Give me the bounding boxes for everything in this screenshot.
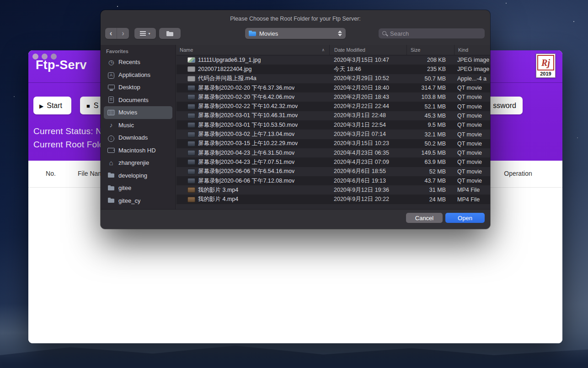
home-icon [107,159,115,167]
sidebar-item-macintosh-hd[interactable]: Macintosh HD [104,144,172,157]
app-icon [107,71,115,78]
file-list: Name ∧ Date Modified Size Kind 11111Upgr… [176,45,490,209]
file-kind: QT movie [454,85,490,91]
column-operation: Operation [500,170,536,177]
file-size: 24 MB [406,196,454,203]
file-name: 屏幕录制2020-04-23 上午7.07.51.mov [198,158,294,166]
file-mov-icon [187,141,195,146]
file-size: 314.7 MB [406,85,454,91]
table-row[interactable]: 屏幕录制2020-04-23 上午7.07.51.mov2020年4月23日 0… [176,157,490,167]
sidebar-item-recents[interactable]: Recents [104,56,172,69]
harddrive-icon [107,146,115,154]
column-header-size[interactable]: Size [406,45,454,55]
file-mov-icon [187,113,195,119]
desktop-icon [107,84,115,91]
sidebar-item-gitee[interactable]: gitee [104,182,172,195]
file-size: 103.8 MB [406,94,454,100]
logo-mark: Rj [537,55,554,70]
column-header-date-modified[interactable]: Date Modified [329,45,406,55]
file-kind: QT movie [454,94,490,100]
table-row[interactable]: 20200718222404.jpg今天 18:46235 KBJPEG ima… [176,65,490,74]
file-mov-icon [187,178,195,184]
file-name: 屏幕录制2020-04-23 上午6.31.50.mov [198,149,294,157]
file-name: 屏幕录制2020-06-06 下午7.12.08.mov [198,177,294,185]
cancel-button[interactable]: Cancel [406,213,443,223]
table-row[interactable]: 屏幕录制2020-06-06 下午7.12.08.mov2020年6月6日 19… [176,176,490,185]
view-mode-button[interactable]: ▾ [134,28,156,39]
column-header-kind[interactable]: Kind [454,45,490,55]
folder-action-button[interactable] [159,28,181,39]
file-size: 43.7 MB [406,178,454,184]
table-row-partial[interactable] [176,204,490,209]
star-dot [506,3,507,4]
table-row[interactable]: 屏幕录制2020-02-22 下午10.42.32.mov2020年2月22日 … [176,102,490,111]
star-dot [14,96,15,97]
table-row[interactable]: 屏幕录制2020-02-20 下午6.42.06.mov2020年2月20日 1… [176,92,490,102]
column-no: No. [42,170,60,177]
sidebar-item-gitee-cy[interactable]: gitee_cy [104,195,172,207]
table-row[interactable]: 屏幕录制2020-04-23 上午6.31.50.mov2020年4月23日 0… [176,148,490,157]
file-kind: QT movie [454,122,490,128]
list-header: Name ∧ Date Modified Size Kind [176,45,490,55]
location-popup[interactable]: Movies [245,28,346,39]
star-dot [577,137,578,138]
sort-indicator-icon: ∧ [321,48,325,52]
file-name: 11111Upgrade6.19_1.jpg [198,57,261,63]
sidebar-item-applications[interactable]: Applications [104,69,172,81]
table-row[interactable]: 代码合并问题上报.m4a2020年2月29日 10:5250.7 MBApple… [176,74,490,83]
table-row[interactable]: 屏幕录制2020-02-20 下午6.37.36.mov2020年2月20日 1… [176,83,490,92]
table-row[interactable]: 屏幕录制2020-03-01 下午10.46.31.mov2020年3月1日 2… [176,111,490,120]
file-size: 235 KB [406,66,454,72]
sidebar-item-label: Movies [118,109,137,116]
sidebar-item-movies[interactable]: Movies [104,106,172,119]
file-name: 屏幕录制2020-03-02 上午7.13.04.mov [198,130,294,138]
sidebar-item-music[interactable]: Music [104,119,172,132]
table-row[interactable]: 屏幕录制2020-06-06 下午6.54.16.mov2020年6月6日 18… [176,167,490,176]
start-button[interactable]: Start [33,97,71,114]
file-img-icon [187,57,195,63]
file-date-modified: 2020年6月6日 18:55 [329,168,406,175]
search-field[interactable] [379,28,485,38]
file-name: 代码合并问题上报.m4a [198,75,257,82]
file-date-modified: 2020年2月22日 22:44 [329,103,406,110]
document-icon [107,96,115,103]
file-kind: QT movie [454,103,490,110]
sidebar-item-zhangrenjie[interactable]: zhangrenjie [104,157,172,169]
file-kind: MP4 File [454,196,490,203]
column-header-name[interactable]: Name ∧ [176,45,329,55]
file-mov-icon [187,132,195,137]
sidebar-item-label: Applications [118,71,150,78]
table-row[interactable]: 屏幕录制2020-03-01 下午10.53.50.mov2020年3月1日 2… [176,120,490,130]
search-input[interactable] [390,30,481,37]
list-view-icon [140,31,146,36]
sidebar-item-developing[interactable]: developing [104,169,172,182]
table-row[interactable]: 屏幕录制2020-03-15 上午10.22.29.mov2020年3月15日 … [176,139,490,148]
table-row[interactable]: 屏幕录制2020-03-02 上午7.13.04.mov2020年3月2日 07… [176,130,490,139]
sidebar-item-downloads[interactable]: Downloads [104,131,172,144]
movies-folder-icon [249,31,256,36]
current-root-folder-text: Current Root Folde [33,140,109,150]
table-row[interactable]: 11111Upgrade6.19_1.jpg2020年3月15日 10:4720… [176,55,490,65]
file-date-modified: 2020年3月15日 10:23 [329,140,406,147]
column-file-name: File Nam [78,170,103,177]
file-size: 45.3 MB [406,113,454,119]
sidebar-header: Favorites [106,49,176,54]
table-row[interactable]: 我的影片 4.mp42020年9月12日 20:2224 MBMP4 File [176,195,490,204]
app-title: Ftp-Serv [36,58,87,72]
forward-button[interactable]: › [117,28,129,39]
sidebar-item-label: Music [118,122,134,129]
stop-icon [86,102,90,110]
dialog-prompt: Please Choose the Root Folder for your F… [101,16,490,22]
sidebar-item-desktop[interactable]: Desktop [104,81,172,94]
file-mp4-icon [187,197,195,202]
file-kind: QT movie [454,131,490,138]
file-date-modified: 2020年9月12日 19:36 [329,186,406,194]
file-size: 32.1 MB [406,131,454,138]
file-date-modified: 2020年3月2日 07:14 [329,130,406,138]
open-button[interactable]: Open [445,213,485,223]
sidebar-item-documents[interactable]: Documents [104,94,172,107]
search-icon [382,31,388,37]
back-button[interactable]: ‹ [105,28,117,39]
table-row[interactable]: 我的影片 3.mp42020年9月12日 19:3631 MBMP4 File [176,185,490,195]
file-size: 208 KB [406,57,454,63]
